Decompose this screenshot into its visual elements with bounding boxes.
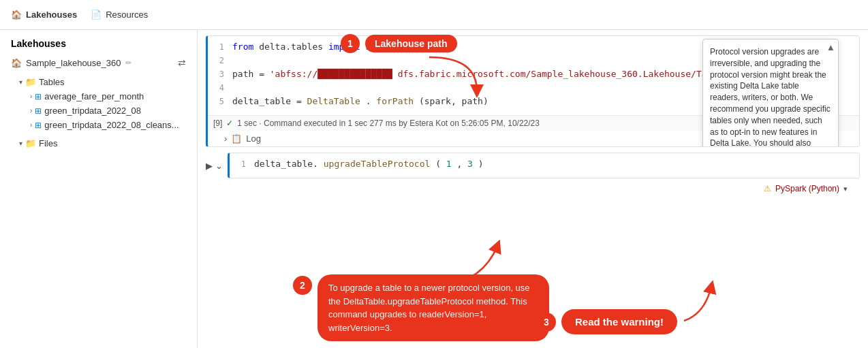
line-num-1: 1 — [208, 42, 232, 52]
expand-icon[interactable]: › — [224, 133, 227, 144]
resources-icon: 📄 — [91, 10, 102, 20]
code-cell-2-wrapper: ▶ ⌄ 1 delta_table. upgradeTableProtocol … — [198, 153, 868, 178]
annotation-3-group: 3 Read the warning! — [537, 309, 677, 334]
table-name-2: green_tripdata_2022_08_cleans... — [44, 120, 179, 130]
files-tree-item[interactable]: ▾ 📁 Files — [5, 136, 191, 151]
lakehouse-name-text: Sample_lakehouse_360 — [26, 58, 121, 68]
annotation-1-circle: 1 — [341, 34, 360, 53]
warning-chevron[interactable]: ▾ — [843, 185, 848, 193]
num-3: 3 — [467, 159, 473, 169]
annotation-2-bubble: To upgrade a table to a newer protocol v… — [317, 274, 549, 341]
table-icon-2: ⊞ — [35, 121, 42, 130]
tooltip-box: Protocol version upgrades are irreversib… — [702, 39, 839, 147]
edit-icon: ✏ — [125, 59, 131, 67]
line-num-2: 2 — [208, 55, 232, 65]
table-icon-0: ⊞ — [35, 92, 42, 101]
pyspark-label: PySpark (Python) — [775, 184, 839, 193]
warning-row: ⚠ PySpark (Python) ▾ — [198, 181, 868, 196]
lakehouses-label: Lakehouses — [26, 10, 77, 20]
table-name-0: average_fare_per_month — [44, 91, 144, 101]
line-num-21: 1 — [230, 159, 254, 169]
code-lines-2: 1 delta_table. upgradeTableProtocol ( 1 … — [230, 153, 859, 178]
expand-button[interactable]: ⌄ — [215, 161, 223, 171]
tooltip-collapse[interactable]: ▲ — [826, 42, 835, 52]
lakehouse-row: 🏠 Sample_lakehouse_360 ✏ ⇄ — [5, 54, 191, 71]
header: 🏠 Lakehouses 📄 Resources — [0, 0, 868, 30]
table-item-0[interactable]: › ⊞ average_fare_per_month — [5, 89, 191, 104]
log-icon: 📋 — [231, 133, 242, 144]
keyword-from: from — [232, 42, 253, 52]
tables-chevron: ▾ — [19, 78, 22, 86]
check-icon: ✓ — [226, 118, 233, 128]
table-item-1[interactable]: › ⊞ green_tripdata_2022_08 — [5, 104, 191, 118]
output-text: 1 sec · Command executed in 1 sec 277 ms… — [237, 118, 540, 128]
resources-nav[interactable]: 📄 Resources — [91, 10, 148, 20]
fn-upgradeTableProtocol: upgradeTableProtocol — [324, 159, 431, 169]
line-code-21: delta_table. upgradeTableProtocol ( 1 , … — [254, 159, 859, 169]
annotation-3-bubble: Read the warning! — [561, 309, 677, 334]
tables-section: ▾ 📁 Tables › ⊞ average_fare_per_month › … — [5, 75, 191, 132]
code-cell-2: 1 delta_table. upgradeTableProtocol ( 1 … — [228, 153, 860, 178]
annotation-1-label: Lakehouse path — [365, 35, 457, 52]
code-area: 1 from delta.tables import DeltaTable 2 — [198, 30, 868, 348]
code-line-21: 1 delta_table. upgradeTableProtocol ( 1 … — [230, 159, 859, 172]
lakehouse-icon: 🏠 — [11, 10, 22, 20]
resources-label: Resources — [106, 10, 148, 20]
main-area: Lakehouses 🏠 Sample_lakehouse_360 ✏ ⇄ ▾ … — [0, 30, 868, 348]
cell-number: [9] — [213, 118, 222, 128]
table-item-2[interactable]: › ⊞ green_tripdata_2022_08_cleans... — [5, 118, 191, 132]
table-chevron-2: › — [30, 121, 32, 129]
refresh-icon[interactable]: ⇄ — [178, 57, 186, 68]
folder-icon: 📁 — [25, 77, 36, 87]
cell-controls: ▶ ⌄ — [206, 161, 223, 171]
code-cell-1: 1 from delta.tables import DeltaTable 2 — [206, 35, 860, 147]
line-num-4: 4 — [208, 82, 232, 93]
sidebar: Lakehouses 🏠 Sample_lakehouse_360 ✏ ⇄ ▾ … — [0, 30, 198, 348]
num-1: 1 — [446, 159, 452, 169]
table-chevron-1: › — [30, 107, 32, 114]
line-num-3: 3 — [208, 69, 232, 79]
lakehouses-nav[interactable]: 🏠 Lakehouses — [11, 10, 77, 20]
table-icon-1: ⊞ — [35, 106, 42, 116]
annotation-2-group: 2 To upgrade a table to a newer protocol… — [293, 274, 549, 341]
log-label: Log — [246, 133, 261, 144]
files-folder-icon: 📁 — [25, 138, 36, 148]
table-name-1: green_tripdata_2022_08 — [44, 106, 141, 116]
annotation-3-circle: 3 — [537, 313, 556, 332]
line-num-5: 5 — [208, 96, 232, 106]
fn-deltaTable: DeltaTable — [307, 96, 360, 106]
run-button[interactable]: ▶ — [206, 161, 213, 171]
sidebar-title: Lakehouses — [5, 35, 191, 54]
annotation-2-circle: 2 — [293, 276, 312, 295]
lakehouse-icon2: 🏠 — [11, 58, 22, 68]
fn-forPath: forPath — [376, 96, 414, 106]
annotation-1-group: 1 Lakehouse path — [341, 34, 457, 53]
files-chevron: ▾ — [19, 140, 22, 147]
files-section: ▾ 📁 Files — [5, 136, 191, 151]
tables-label: Tables — [39, 77, 65, 87]
warning-icon: ⚠ — [764, 184, 771, 193]
tooltip-text: Protocol version upgrades are irreversib… — [710, 47, 831, 147]
files-label: Files — [39, 138, 57, 148]
lakehouse-name[interactable]: 🏠 Sample_lakehouse_360 ✏ — [11, 58, 131, 68]
table-chevron-0: › — [30, 93, 32, 100]
tables-tree-item[interactable]: ▾ 📁 Tables — [5, 75, 191, 89]
